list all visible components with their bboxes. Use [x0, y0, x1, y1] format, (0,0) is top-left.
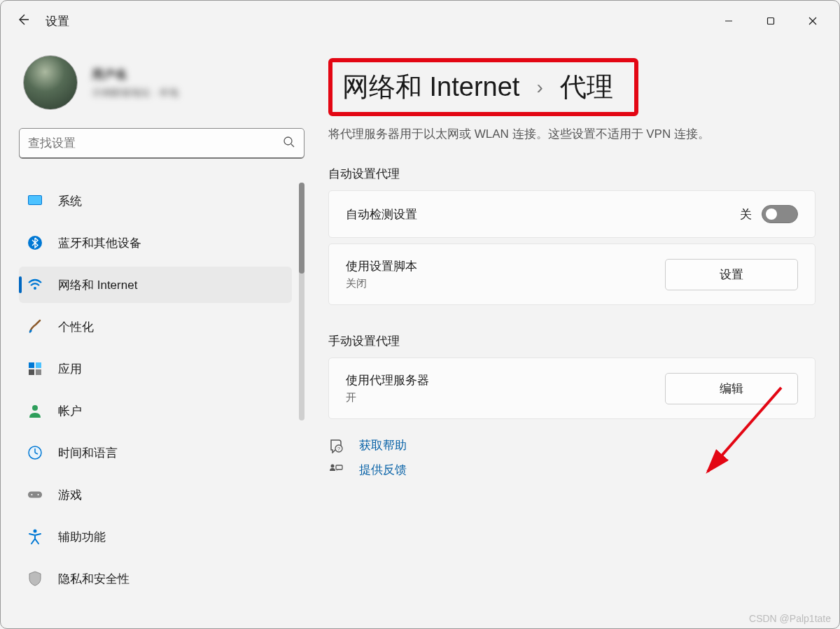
help-link-row: ? 获取帮助: [328, 437, 816, 453]
search-icon: [283, 136, 295, 151]
bluetooth-icon: [27, 235, 43, 250]
sidebar-item-accounts[interactable]: 帐户: [19, 393, 292, 429]
feedback-link-row: 提供反馈: [328, 462, 816, 478]
sidebar-item-label: 辅助功能: [58, 529, 106, 545]
svg-rect-12: [29, 369, 34, 375]
sidebar-item-personalization[interactable]: 个性化: [19, 309, 292, 345]
svg-point-14: [32, 405, 38, 411]
titlebar: 设置: [1, 1, 839, 41]
card-title: 使用设置脚本: [346, 258, 417, 274]
gamepad-icon: [27, 487, 43, 502]
breadcrumb: 网络和 Internet › 代理: [328, 58, 638, 116]
svg-point-24: [331, 464, 335, 467]
shield-icon: [27, 571, 43, 586]
card-subtitle: 开: [346, 391, 429, 404]
feedback-icon: [328, 462, 344, 478]
svg-point-4: [284, 137, 292, 145]
sidebar-item-label: 时间和语言: [58, 445, 118, 461]
sidebar-item-label: 系统: [58, 193, 82, 209]
sidebar-item-label: 隐私和安全性: [58, 571, 130, 587]
sidebar-item-label: 游戏: [58, 487, 82, 503]
close-button[interactable]: [792, 1, 834, 41]
apps-icon: [27, 361, 43, 376]
sidebar-item-label: 蓝牙和其他设备: [58, 235, 141, 251]
toggle-label: 关: [740, 206, 752, 222]
clock-icon: [27, 445, 43, 460]
svg-rect-7: [29, 196, 41, 204]
breadcrumb-part-proxy: 代理: [560, 69, 613, 105]
minimize-button[interactable]: [708, 1, 750, 41]
card-subtitle: 关闭: [346, 277, 417, 290]
wifi-icon: [27, 277, 43, 292]
avatar: [23, 55, 78, 110]
maximize-button[interactable]: [750, 1, 792, 41]
person-icon: [27, 403, 43, 418]
sidebar-scrollbar[interactable]: [299, 183, 304, 420]
svg-line-5: [291, 144, 294, 147]
svg-rect-1: [768, 18, 774, 24]
svg-point-19: [31, 494, 32, 495]
section-manual-title: 手动设置代理: [328, 333, 816, 349]
sidebar-item-label: 帐户: [58, 403, 82, 419]
card-use-proxy: 使用代理服务器 开 编辑: [328, 358, 816, 419]
user-subtext: 示例邮箱地址 · 本地: [92, 87, 178, 99]
sidebar-item-bluetooth[interactable]: 蓝牙和其他设备: [19, 225, 292, 261]
svg-point-20: [37, 494, 38, 495]
brush-icon: [27, 319, 43, 334]
content: 网络和 Internet › 代理 将代理服务器用于以太网或 WLAN 连接。这…: [316, 41, 839, 629]
feedback-link[interactable]: 提供反馈: [359, 462, 407, 478]
setup-script-button[interactable]: 设置: [665, 259, 798, 290]
sidebar-item-system[interactable]: 系统: [19, 183, 292, 219]
card-title: 自动检测设置: [346, 206, 417, 222]
accessibility-icon: [27, 529, 43, 544]
search-box[interactable]: [19, 128, 304, 159]
page-subtitle: 将代理服务器用于以太网或 WLAN 连接。这些设置不适用于 VPN 连接。: [328, 126, 816, 142]
sidebar: 用户名 示例邮箱地址 · 本地 系统 蓝牙和其他设备: [1, 41, 316, 629]
auto-detect-toggle[interactable]: [762, 205, 798, 223]
svg-rect-11: [36, 362, 41, 368]
edit-proxy-button[interactable]: 编辑: [665, 373, 798, 404]
sidebar-item-accessibility[interactable]: 辅助功能: [19, 518, 292, 555]
svg-text:?: ?: [337, 446, 340, 451]
svg-rect-10: [29, 362, 34, 368]
chevron-right-icon: ›: [536, 76, 542, 99]
app-title: 设置: [46, 13, 69, 29]
sidebar-item-label: 个性化: [58, 319, 94, 335]
svg-point-9: [34, 287, 36, 290]
user-name: 用户名: [92, 66, 178, 83]
section-auto-title: 自动设置代理: [328, 166, 816, 182]
svg-rect-18: [28, 491, 42, 497]
sidebar-item-network[interactable]: 网络和 Internet: [19, 267, 292, 303]
back-button[interactable]: [16, 13, 30, 30]
card-auto-detect: 自动检测设置 关: [328, 190, 816, 238]
user-profile[interactable]: 用户名 示例邮箱地址 · 本地: [23, 55, 304, 110]
scrollbar-thumb[interactable]: [299, 183, 304, 274]
sidebar-item-label: 应用: [58, 361, 82, 377]
sidebar-item-time-language[interactable]: 时间和语言: [19, 434, 292, 471]
help-link[interactable]: 获取帮助: [359, 437, 407, 453]
breadcrumb-part-network[interactable]: 网络和 Internet: [342, 69, 519, 105]
monitor-icon: [27, 193, 43, 209]
search-input[interactable]: [28, 136, 283, 150]
svg-rect-25: [336, 465, 342, 469]
card-setup-script: 使用设置脚本 关闭 设置: [328, 243, 816, 305]
sidebar-item-gaming[interactable]: 游戏: [19, 476, 292, 513]
nav: 系统 蓝牙和其他设备 网络和 Internet 个性化 应用: [19, 183, 304, 629]
sidebar-item-label: 网络和 Internet: [58, 277, 137, 293]
sidebar-item-privacy[interactable]: 隐私和安全性: [19, 560, 292, 597]
help-icon: ?: [328, 438, 344, 453]
sidebar-item-apps[interactable]: 应用: [19, 351, 292, 387]
svg-point-21: [34, 530, 37, 533]
watermark: CSDN @Palp1tate: [749, 613, 831, 624]
card-title: 使用代理服务器: [346, 372, 429, 388]
svg-rect-13: [36, 369, 41, 375]
